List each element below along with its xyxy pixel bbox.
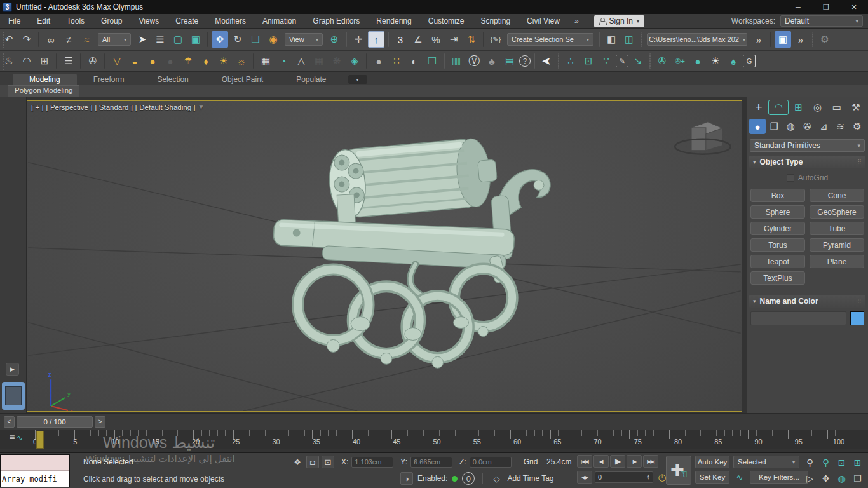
menu-item[interactable]: Edit: [29, 14, 58, 28]
unlink-selection-icon[interactable]: ≠: [60, 31, 77, 48]
object-type-button[interactable]: Sphere: [750, 205, 805, 219]
snaps-toggle-3d-icon[interactable]: 3: [392, 31, 409, 48]
model-apache-revolver[interactable]: [273, 137, 550, 368]
timeline-ruler[interactable]: 0510152025303540455055606570758085909510…: [35, 430, 839, 449]
sign-in-button[interactable]: Sign In ▾: [594, 15, 644, 27]
helpers-subtab-icon[interactable]: ⊿: [816, 119, 832, 134]
spacewarps-subtab-icon[interactable]: ≋: [832, 119, 849, 134]
select-and-link-icon[interactable]: ∞: [43, 31, 59, 48]
track-bar[interactable]: ≣ ∿ 051015202530354045505560657075808590…: [0, 430, 868, 449]
maximize-viewport-icon[interactable]: ❐: [850, 470, 865, 486]
selection-center-icon[interactable]: ⊡: [580, 53, 597, 69]
zoom-extents-all-icon[interactable]: ⊞: [850, 454, 865, 470]
workspace-dropdown[interactable]: Default: [780, 15, 863, 27]
object-type-button[interactable]: Cone: [810, 189, 864, 202]
object-type-button[interactable]: Plane: [810, 255, 864, 268]
rectangular-selection-region-icon[interactable]: ▢: [170, 31, 186, 48]
mute-button[interactable]: 0: [462, 472, 475, 485]
modify-tab-icon[interactable]: ◠: [768, 100, 789, 115]
toolbar-icon[interactable]: [483, 32, 484, 47]
menu-item[interactable]: Group: [93, 14, 130, 28]
selection-lock-icon[interactable]: ◘: [306, 456, 319, 468]
viewport-layout-tab[interactable]: [2, 382, 25, 410]
primitive-category-dropdown[interactable]: Standard Primitives: [750, 139, 865, 152]
add-time-tag[interactable]: Add Time Tag: [507, 474, 553, 483]
current-frame-marker[interactable]: [36, 431, 44, 449]
toolbar-icon[interactable]: [253, 53, 254, 69]
ribbon-tab-freeform[interactable]: Freeform: [77, 74, 141, 85]
material-editor-icon[interactable]: ∷: [388, 53, 405, 69]
current-frame-field[interactable]: 0 ▲▼: [595, 471, 653, 483]
fire-effect-icon[interactable]: ◈: [346, 53, 363, 69]
zoom-icon[interactable]: ⚲: [802, 454, 818, 470]
shapes-arc-icon[interactable]: ◠: [18, 53, 35, 69]
select-and-rotate-icon[interactable]: ↻: [229, 31, 246, 48]
align-icon[interactable]: ◫: [621, 31, 637, 48]
toolbar-icon[interactable]: [366, 53, 367, 69]
menu-item[interactable]: Tools: [58, 14, 93, 28]
zoom-all-icon[interactable]: ⚲: [818, 454, 834, 470]
hierarchy-tab-icon[interactable]: ⊞: [789, 100, 808, 115]
object-type-button[interactable]: Pyramid: [810, 238, 864, 252]
render-setup-icon[interactable]: ❐: [424, 53, 440, 69]
light-bulb-icon[interactable]: ●: [689, 53, 706, 69]
menu-item[interactable]: Customize: [420, 14, 473, 28]
viewport-menu-pov[interactable]: [ Perspective ]: [46, 104, 93, 111]
listener-script-line[interactable]: Array modifi: [1, 471, 69, 487]
viewport-canvas[interactable]: z x y: [27, 101, 742, 411]
toolbar-icon[interactable]: [207, 32, 208, 47]
reference-coordinate-system-dropdown[interactable]: View: [285, 33, 323, 46]
listener-macro-line[interactable]: [1, 455, 69, 471]
object-color-swatch[interactable]: [850, 311, 864, 325]
toolbar-overflow-icon[interactable]: »: [750, 31, 767, 48]
project-folder-dropdown[interactable]: C:\Users\leno...\3ds Max 202: [647, 33, 747, 46]
viewport-menu-general[interactable]: [ + ]: [31, 104, 44, 111]
scatter-icon[interactable]: ∴: [562, 53, 579, 69]
percent-snap-toggle-icon[interactable]: %: [428, 31, 444, 48]
toolbar-icon[interactable]: [812, 32, 813, 47]
viewport-menu-shading[interactable]: [ Default Shading ]: [135, 104, 196, 111]
toolbar-icon[interactable]: [80, 53, 81, 69]
frame-spinner[interactable]: ▲▼: [646, 474, 650, 480]
polygon-modeling-tab[interactable]: Polygon Modeling: [8, 85, 79, 97]
autogrid-checkbox[interactable]: [787, 174, 794, 182]
object-name-field[interactable]: [750, 311, 846, 325]
toolbar-icon[interactable]: [649, 53, 651, 69]
minimize-button[interactable]: ─: [784, 0, 812, 14]
toolbar-icon[interactable]: [558, 53, 559, 69]
object-type-button[interactable]: Box: [750, 189, 805, 202]
viewport-menu-renderer[interactable]: [ Standard ]: [95, 104, 132, 111]
forest-trees-icon[interactable]: ♣: [484, 53, 500, 69]
play-icon[interactable]: ▶: [610, 455, 625, 468]
menu-item[interactable]: Civil View: [519, 14, 568, 28]
batch-render-icon[interactable]: ▥: [448, 53, 465, 69]
teal-camera-icon[interactable]: ✇: [654, 53, 670, 69]
keyboard-shortcut-override-icon[interactable]: ↑: [368, 31, 384, 48]
geometry-subtab-icon[interactable]: ●: [749, 119, 766, 134]
white-light-icon[interactable]: ☀: [707, 53, 724, 69]
camera-icon[interactable]: ✇: [85, 53, 101, 69]
next-frame-slider-button[interactable]: >: [95, 416, 105, 428]
bind-to-spacewarp-icon[interactable]: ≈: [78, 31, 95, 48]
physical-camera-icon[interactable]: △: [293, 53, 309, 69]
utilities-tab-icon[interactable]: ⚒: [846, 100, 865, 115]
scene-security-tools-icon[interactable]: ⚙: [817, 31, 833, 48]
toolbar-icon[interactable]: [388, 32, 389, 47]
shield-icon[interactable]: ◑: [400, 472, 413, 485]
cameras-subtab-icon[interactable]: ✇: [799, 119, 815, 134]
shapes-subtab-icon[interactable]: ❒: [766, 119, 782, 134]
disabled-light-icon[interactable]: ●: [162, 53, 179, 69]
expand-panel-button[interactable]: ▶: [6, 363, 19, 376]
spinner-snap-toggle-icon[interactable]: ⇥: [445, 31, 462, 48]
close-button[interactable]: ✕: [840, 0, 868, 14]
create-tab-icon[interactable]: +: [749, 100, 768, 115]
toolbar-drag-handle[interactable]: [3, 32, 7, 48]
window-crossing-toggle-icon[interactable]: ▣: [187, 31, 204, 48]
maximize-button[interactable]: ❐: [812, 0, 840, 14]
next-frame-icon[interactable]: |▶: [627, 455, 642, 468]
menu-overflow-icon[interactable]: »: [568, 17, 585, 25]
select-and-scale-icon[interactable]: ❏: [247, 31, 264, 48]
object-type-button[interactable]: TextPlus: [750, 271, 805, 285]
zoom-region-icon[interactable]: ▷: [802, 470, 818, 486]
motion-tab-icon[interactable]: ◎: [808, 100, 827, 115]
